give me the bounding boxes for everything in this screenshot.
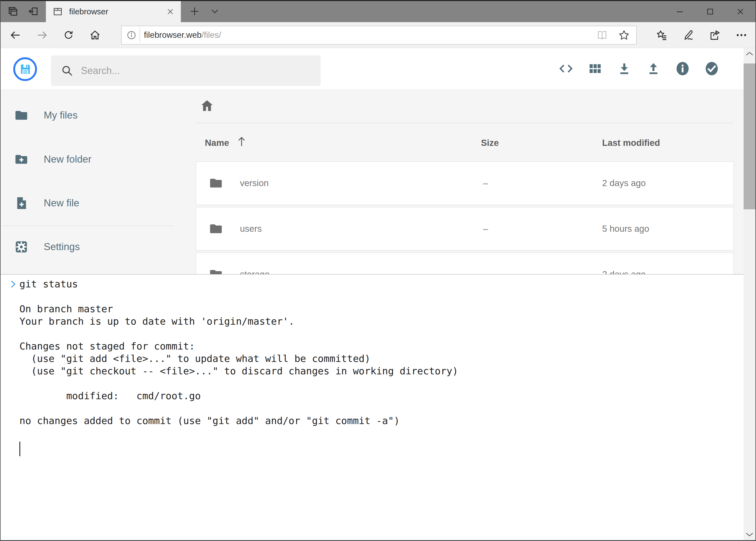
terminal-line xyxy=(1,427,744,439)
file-modified: 5 hours ago xyxy=(602,224,649,234)
prompt-chevron-icon xyxy=(10,279,17,289)
filebrowser-header xyxy=(1,48,744,89)
terminal-line: Changes not staged for commit: xyxy=(1,340,744,352)
scrollbar-thumb[interactable] xyxy=(744,64,755,209)
share-icon[interactable] xyxy=(709,29,721,41)
terminal-line xyxy=(1,290,744,303)
folder-icon xyxy=(14,108,28,122)
terminal-panel[interactable]: git status On branch master Your branch … xyxy=(1,274,744,540)
home-icon[interactable] xyxy=(89,29,101,41)
sidebar-item-label: New file xyxy=(44,198,79,209)
tabs-preview-icon[interactable] xyxy=(7,5,19,17)
scroll-up-icon[interactable] xyxy=(746,52,753,56)
maximize-icon[interactable] xyxy=(695,1,725,22)
sidebar-item-new-folder[interactable]: New folder xyxy=(1,145,175,174)
terminal-line: no changes added to commit (use "git add… xyxy=(1,415,744,427)
file-size: – xyxy=(483,224,488,234)
file-plus-icon xyxy=(14,196,28,210)
header-actions xyxy=(559,61,719,76)
terminal-command-line: git status xyxy=(1,278,744,290)
terminal-command: git status xyxy=(19,278,78,289)
terminal-line xyxy=(1,377,744,390)
folder-plus-icon xyxy=(14,152,28,166)
url-host: filebrowser.web xyxy=(144,30,202,40)
breadcrumb-divider xyxy=(196,123,734,123)
set-tabs-aside-icon[interactable] xyxy=(28,5,39,17)
forward-icon[interactable] xyxy=(36,29,48,41)
refresh-icon[interactable] xyxy=(63,29,75,41)
terminal-line: (use "git checkout -- <file>..." to disc… xyxy=(1,365,744,377)
browser-window: filebrowser xyxy=(0,0,756,541)
sidebar-item-label: My files xyxy=(44,110,78,121)
terminal-cursor-line xyxy=(1,439,744,457)
file-name: version xyxy=(240,178,269,188)
back-icon[interactable] xyxy=(9,29,21,41)
breadcrumb-home-icon[interactable] xyxy=(200,99,214,112)
file-row-version[interactable]: version – 2 days ago xyxy=(196,161,734,205)
folder-icon xyxy=(209,176,223,190)
titlebar: filebrowser xyxy=(1,0,755,22)
file-name: users xyxy=(240,224,262,234)
select-multiple-icon[interactable] xyxy=(704,61,719,76)
browser-tab[interactable]: filebrowser xyxy=(46,1,181,22)
text-cursor xyxy=(19,442,20,456)
sidebar-item-label: New folder xyxy=(44,154,92,165)
sidebar-item-settings[interactable]: Settings xyxy=(1,233,175,261)
sidebar-divider xyxy=(2,226,174,226)
minimize-icon[interactable] xyxy=(665,1,695,22)
terminal-line xyxy=(1,327,744,340)
close-window-icon[interactable] xyxy=(725,1,755,22)
terminal-line: (use "git add <file>..." to update what … xyxy=(1,352,744,365)
web-note-pen-icon[interactable] xyxy=(682,29,694,41)
new-tab-button[interactable] xyxy=(189,5,200,17)
tab-title: filebrowser xyxy=(69,7,167,16)
page-icon xyxy=(53,7,63,16)
download-icon[interactable] xyxy=(617,61,632,76)
add-favorite-star-icon[interactable] xyxy=(619,29,630,41)
search-icon xyxy=(61,65,74,77)
file-row-users[interactable]: users – 5 hours ago xyxy=(196,207,734,251)
upload-icon[interactable] xyxy=(646,61,661,76)
window-controls xyxy=(665,1,755,22)
filebrowser-logo-icon[interactable] xyxy=(13,57,37,81)
terminal-line xyxy=(1,402,744,415)
sidebar-item-my-files[interactable]: My files xyxy=(1,101,175,129)
sidebar-item-new-file[interactable]: New file xyxy=(1,189,175,217)
navigation-bar: filebrowser.web/files/ xyxy=(1,22,755,48)
settings-gear-icon xyxy=(14,240,28,254)
info-icon[interactable] xyxy=(675,61,690,76)
code-view-icon[interactable] xyxy=(559,61,574,76)
reading-view-icon[interactable] xyxy=(597,30,608,41)
terminal-line: Your branch is up to date with 'origin/m… xyxy=(1,315,744,327)
search-input[interactable] xyxy=(81,65,302,77)
listing-header: Name Size Last modified xyxy=(196,136,734,150)
scroll-down-icon[interactable] xyxy=(746,533,753,536)
url-text[interactable]: filebrowser.web/files/ xyxy=(144,30,221,40)
column-modified[interactable]: Last modified xyxy=(602,136,660,150)
address-bar[interactable]: filebrowser.web/files/ xyxy=(121,26,637,45)
close-tab-icon[interactable] xyxy=(167,8,174,15)
column-size[interactable]: Size xyxy=(481,136,499,150)
folder-icon xyxy=(209,222,223,236)
sort-ascending-icon[interactable] xyxy=(236,136,247,148)
grid-view-icon[interactable] xyxy=(588,61,603,76)
sidebar-item-label: Settings xyxy=(44,241,80,253)
tab-preview-chevron-icon[interactable] xyxy=(209,5,221,17)
terminal-line: On branch master xyxy=(1,303,744,315)
file-modified: 2 days ago xyxy=(602,178,645,188)
hub-favorites-icon[interactable] xyxy=(656,29,668,41)
address-separator xyxy=(139,28,140,43)
search-bar[interactable] xyxy=(51,55,321,86)
terminal-line: modified: cmd/root.go xyxy=(1,390,744,402)
site-info-icon[interactable] xyxy=(126,30,136,40)
column-name[interactable]: Name xyxy=(205,136,229,150)
more-options-icon[interactable] xyxy=(735,29,747,41)
file-size: – xyxy=(483,178,488,188)
page-scrollbar[interactable] xyxy=(744,48,755,540)
url-path: /files/ xyxy=(202,30,221,40)
